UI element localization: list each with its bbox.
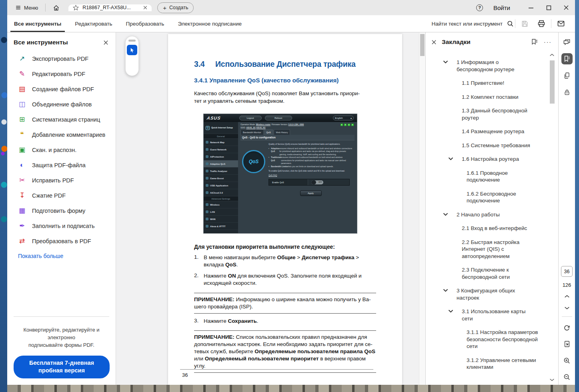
bookmarks-close-icon[interactable] xyxy=(431,40,437,45)
show-more-link[interactable]: Показать больше xyxy=(7,249,116,259)
chevron-down-icon[interactable] xyxy=(449,156,462,163)
page-number-input[interactable]: 36 xyxy=(561,266,573,277)
tool-item[interactable]: ▦ Подготовить форму xyxy=(7,203,116,218)
tool-item[interactable]: ✂ Исправить PDF xyxy=(7,173,116,188)
chevron-down-icon[interactable] xyxy=(443,287,457,301)
comments-panel-button[interactable] xyxy=(561,36,573,48)
tool-item[interactable]: ✎ Редактировать PDF xyxy=(7,66,116,82)
star-icon[interactable] xyxy=(72,4,79,11)
bookmark-item[interactable]: 1.2 Комплект поставки xyxy=(432,94,546,101)
help-icon[interactable]: ? xyxy=(476,4,483,11)
router-tabs: Bandwidth Monitor QoS Web History xyxy=(240,129,355,135)
document-view[interactable]: 3.4 Использование Диспетчера трафика 3.4… xyxy=(116,32,425,385)
zoom-out-button[interactable] xyxy=(561,371,573,382)
router-sidebar-item: General xyxy=(204,134,238,139)
bookmark-item[interactable]: 3.1.1 Настройка параметров безопасности … xyxy=(432,329,546,350)
rotate-page-button[interactable] xyxy=(561,322,573,333)
bookmark-item[interactable]: 2.3 Подключение к беспроводной сети xyxy=(432,266,546,280)
bookmark-item[interactable]: 1.4 Размещение роутера xyxy=(432,128,546,135)
add-bookmark-icon[interactable] xyxy=(531,38,538,46)
bookmark-item[interactable]: 1.6.2 Беспроводное подключение xyxy=(432,190,546,204)
pdf-page[interactable]: 3.4 Использование Диспетчера трафика 3.4… xyxy=(168,34,402,385)
pages-panel-button[interactable] xyxy=(561,70,573,81)
tool-item-label: Преобразовать в PDF xyxy=(32,238,91,244)
find-tool-button[interactable]: Найти текст или инструмент xyxy=(431,15,514,32)
cursor-icon xyxy=(129,47,135,53)
tool-item[interactable]: ⇄ Преобразовать в PDF xyxy=(7,234,116,249)
signin-button[interactable]: Войти xyxy=(493,4,510,11)
tool-item[interactable]: ⊞ Систематизация страниц xyxy=(7,112,116,127)
document-scrollbar[interactable] xyxy=(419,32,425,385)
bookmark-label: 3.1.1 Настройка параметров безопасности … xyxy=(467,329,539,350)
tool-icon: ↗ xyxy=(18,55,26,63)
bookmark-item[interactable]: 3 Конфигурация общих настроек xyxy=(432,287,546,301)
minimize-button[interactable] xyxy=(522,0,540,15)
zoom-in-button[interactable] xyxy=(561,355,573,366)
bookmark-label: 3.1.2 Управление сетевыми клиентами xyxy=(467,357,539,371)
bookmark-item[interactable]: 1.6 Настройка роутера xyxy=(432,156,546,163)
email-icon[interactable] xyxy=(553,15,569,32)
print-icon[interactable] xyxy=(533,15,550,32)
scroll-down-icon[interactable] xyxy=(549,378,555,382)
tool-item[interactable]: ◐ Защита PDF-файла xyxy=(7,158,116,173)
chevron-down-icon[interactable] xyxy=(443,59,457,73)
tools-panel-close-icon[interactable] xyxy=(103,40,108,45)
section-number: 3.4 xyxy=(194,60,215,69)
router-enable-note: To enable QoS function, click the QoS sl… xyxy=(268,170,353,172)
bookmark-item[interactable]: 1 Информация о беспроводном роутере xyxy=(432,59,546,73)
bookmark-item[interactable]: 2.2 Быстрая настройка Интернет (QIS) с а… xyxy=(432,239,546,260)
tool-item[interactable]: ◫ Объединение файлов xyxy=(7,97,116,112)
toolbar-tab[interactable]: Электронное подписание xyxy=(171,15,248,32)
menu-button[interactable]: Меню xyxy=(7,5,43,11)
tab-close-icon[interactable] xyxy=(143,5,148,10)
chevron-down-icon[interactable] xyxy=(443,211,457,218)
tool-item[interactable]: ▣ Скан. и распозн. xyxy=(7,142,116,158)
save-icon[interactable] xyxy=(517,15,533,32)
figure: ASUS Logout Reboot English▾ Q Quick Inte… xyxy=(203,114,376,234)
tool-item[interactable]: ✒ Заполнить и подписать xyxy=(7,218,116,234)
document-tab[interactable]: R18867_RT-AX58U... xyxy=(68,4,152,11)
close-button[interactable] xyxy=(557,0,575,15)
drag-handle[interactable] xyxy=(128,40,136,42)
tool-item-label: Исправить PDF xyxy=(32,177,74,184)
bookmark-item[interactable]: 1.1 Приветствие! xyxy=(432,80,546,87)
tool-item[interactable]: ▤ Создание файлов PDF xyxy=(7,82,116,97)
tool-item[interactable]: ❝ Добавление комментариев xyxy=(7,127,116,142)
previous-page-button[interactable] xyxy=(561,293,573,300)
scroll-up-icon[interactable] xyxy=(549,53,555,57)
bookmark-item[interactable]: 3.1 Использование карты сети xyxy=(432,308,546,322)
document-tab-title: R18867_RT-AX58U... xyxy=(82,5,140,10)
subsection-heading: 3.4.1 Управление QoS (качество обслужива… xyxy=(194,77,376,84)
bookmark-item[interactable]: 2 Начало работы xyxy=(432,211,546,218)
chevron-down-icon[interactable] xyxy=(449,308,462,322)
toolbar-tab[interactable]: Все инструменты xyxy=(7,15,68,32)
tool-item-label: Редактировать PDF xyxy=(32,71,85,77)
toolbar-tab[interactable]: Редактировать xyxy=(68,15,119,32)
fit-page-button[interactable] xyxy=(561,338,573,350)
scrollbar-thumb[interactable] xyxy=(420,34,425,56)
bookmarks-scrollbar[interactable] xyxy=(549,53,555,382)
router-sidebar-item: AiProtection xyxy=(204,153,238,160)
create-tab-button[interactable]: + Создать xyxy=(157,2,194,13)
tool-item[interactable]: ↗ Экспортировать PDF xyxy=(7,51,116,66)
toolbar-tab[interactable]: Преобразовать xyxy=(119,15,171,32)
tool-item[interactable]: ↧ Сжатие PDF xyxy=(7,188,116,203)
router-sidebar-item: Wireless xyxy=(204,201,238,208)
section-title: Использование Диспетчера трафика xyxy=(215,60,356,69)
maximize-button[interactable] xyxy=(540,0,557,15)
select-tool-button[interactable] xyxy=(127,45,137,55)
router-sidebar-item: Guest Network xyxy=(204,146,238,153)
next-page-button[interactable] xyxy=(561,305,573,311)
home-button[interactable] xyxy=(48,4,64,11)
bookmark-item[interactable]: 1.6.1 Проводное подключение xyxy=(432,170,546,184)
home-icon xyxy=(53,4,60,11)
bookmark-item[interactable]: 1.3 Данный беспроводной роутер xyxy=(432,107,546,121)
options-icon[interactable]: ··· xyxy=(544,39,552,45)
bookmark-item[interactable]: 3.1.2 Управление сетевыми клиентами xyxy=(432,357,546,371)
bookmarks-panel-button[interactable] xyxy=(561,53,573,64)
bookmark-item[interactable]: 1.5 Системные требования xyxy=(432,142,546,149)
bookmark-item[interactable]: 2.1 Вход в веб-интерфейс xyxy=(432,225,546,232)
security-panel-button[interactable] xyxy=(561,87,573,98)
trial-button[interactable]: Бесплатная 7-дневная пробная версия xyxy=(14,356,110,378)
scrollbar-thumb[interactable] xyxy=(550,60,555,104)
